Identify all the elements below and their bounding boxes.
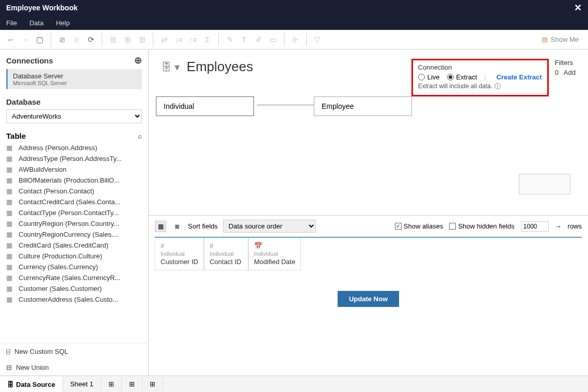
- window-title: Employee Workbook: [6, 4, 77, 12]
- sort-asc-icon: ↓≡: [172, 33, 185, 46]
- back-icon[interactable]: ←: [4, 33, 18, 46]
- totals-icon: Σ: [201, 33, 214, 46]
- database-select[interactable]: AdventureWorks: [6, 109, 142, 123]
- connection-panel: Connection Live Extract | Create Extract…: [411, 59, 549, 96]
- table-box-employee[interactable]: Employee: [314, 96, 412, 116]
- table-icon: ▦: [6, 187, 14, 195]
- rows-input[interactable]: [521, 221, 549, 232]
- chart-icon: ⊪: [289, 33, 302, 46]
- fit-icon: ▭: [266, 33, 280, 46]
- table-item[interactable]: ▦CustomerAddress (Sales.Custo...: [3, 294, 145, 305]
- table-item[interactable]: ▦Culture (Production.Culture): [3, 251, 145, 262]
- table-item[interactable]: ▦CountryRegion (Person.Country...: [3, 218, 145, 229]
- table-item[interactable]: ▦Customer (Sales.Customer): [3, 283, 145, 294]
- tab-data-source[interactable]: 🗄 Data Source: [0, 377, 63, 391]
- duplicate-icon: ⊞: [121, 33, 134, 46]
- format-icon: ✐: [252, 33, 265, 46]
- presentation-icon: ▽: [311, 33, 324, 46]
- rows-label: rows: [568, 222, 582, 230]
- menu-help[interactable]: Help: [56, 19, 70, 27]
- sort-label: Sort fields: [188, 222, 218, 230]
- forward-icon[interactable]: →: [19, 33, 32, 46]
- filters-add[interactable]: Add: [564, 69, 576, 76]
- show-me-button[interactable]: ▤ Show Me: [536, 36, 584, 43]
- pause-icon[interactable]: ⎚: [70, 33, 83, 46]
- new-story-icon[interactable]: ⊞: [142, 377, 163, 391]
- new-union[interactable]: ⊟ New Union: [0, 360, 148, 375]
- table-icon: ▦: [6, 198, 14, 206]
- datasource-tab-icon: 🗄: [7, 381, 14, 388]
- highlight-icon: ✎: [223, 33, 236, 46]
- table-icon: ▦: [6, 296, 14, 303]
- new-dashboard-icon[interactable]: ⊞: [122, 377, 142, 391]
- grid-view-icon[interactable]: ▦: [155, 221, 166, 232]
- grid-column[interactable]: 📅IndividualModified Date: [248, 238, 301, 270]
- save-icon[interactable]: ▢: [33, 33, 46, 46]
- swap-icon: ⇄: [157, 33, 171, 46]
- datasource-icon: 🗄 ▾: [161, 61, 180, 73]
- rows-arrow-icon[interactable]: →: [555, 222, 562, 230]
- radio-extract[interactable]: Extract: [447, 73, 477, 81]
- table-item[interactable]: ▦Currency (Sales.Currency): [3, 262, 145, 272]
- drop-target[interactable]: [519, 174, 570, 194]
- table-item[interactable]: ▦BillOfMaterials (Production.BillO...: [3, 175, 145, 186]
- table-icon: ▦: [6, 176, 14, 184]
- radio-live[interactable]: Live: [418, 73, 440, 81]
- table-item[interactable]: ▦AWBuildVersion: [3, 164, 145, 175]
- add-connection-icon[interactable]: ⊕: [134, 55, 142, 66]
- connection-type: Microsoft SQL Server: [13, 80, 137, 86]
- table-icon: ▦: [6, 241, 14, 249]
- new-sheet-icon: ⊞: [106, 33, 120, 46]
- sql-icon: ⌸: [6, 348, 10, 355]
- new-datasource-icon[interactable]: ⎚: [55, 33, 69, 46]
- tab-sheet1[interactable]: Sheet 1: [63, 377, 101, 391]
- table-item[interactable]: ▦ContactCreditCard (Sales.Conta...: [3, 197, 145, 207]
- menu-file[interactable]: File: [6, 19, 17, 27]
- info-icon[interactable]: i: [495, 83, 501, 89]
- table-item[interactable]: ▦Contact (Person.Contact): [3, 186, 145, 197]
- connection-item[interactable]: Database Server Microsoft SQL Server: [6, 69, 142, 89]
- table-item[interactable]: ▦CurrencyRate (Sales.CurrencyR...: [3, 272, 145, 283]
- search-icon[interactable]: ⌕: [138, 132, 142, 140]
- show-aliases-checkbox[interactable]: ✓Show aliases: [395, 222, 443, 230]
- new-worksheet-icon[interactable]: ⊞: [101, 377, 122, 391]
- table-icon: ▦: [6, 220, 14, 227]
- table-item[interactable]: ▦CountryRegionCurrency (Sales....: [3, 229, 145, 240]
- database-label: Database: [6, 97, 41, 106]
- table-box-individual[interactable]: Individual: [156, 96, 254, 116]
- show-hidden-checkbox[interactable]: Show hidden fields: [449, 222, 514, 230]
- table-item[interactable]: ▦Address (Person.Address): [3, 142, 145, 153]
- update-now-button[interactable]: Update Now: [338, 291, 399, 307]
- table-icon: ▦: [6, 285, 14, 292]
- table-label: Table: [6, 132, 26, 140]
- sort-select[interactable]: Data source order: [223, 220, 316, 233]
- text-icon: T: [237, 33, 251, 46]
- grid-column[interactable]: #IndividualCustomer ID: [155, 238, 204, 270]
- showme-icon: ▤: [542, 36, 548, 43]
- connection-name: Database Server: [13, 72, 137, 80]
- table-item[interactable]: ▦AddressType (Person.AddressTy...: [3, 153, 145, 164]
- close-icon[interactable]: ✕: [574, 2, 582, 13]
- filters-count: 0: [555, 69, 559, 76]
- join-line[interactable]: [257, 105, 314, 105]
- menu-data[interactable]: Data: [29, 19, 43, 27]
- table-icon: ▦: [6, 252, 14, 260]
- table-icon: ▦: [6, 274, 14, 282]
- table-icon: ▦: [6, 144, 14, 152]
- extract-note: Extract will include all data.: [418, 83, 492, 90]
- connection-label: Connection: [418, 63, 542, 71]
- create-extract-link[interactable]: Create Extract: [496, 73, 542, 81]
- clear-icon: ⊞: [135, 33, 149, 46]
- new-custom-sql[interactable]: ⌸ New Custom SQL: [0, 344, 148, 360]
- table-item[interactable]: ▦CreditCard (Sales.CreditCard): [3, 240, 145, 251]
- table-icon: ▦: [6, 209, 14, 217]
- connections-label: Connections: [6, 56, 53, 65]
- table-icon: ▦: [6, 155, 14, 162]
- sort-desc-icon: ↑≡: [186, 33, 200, 46]
- table-item[interactable]: ▦ContactType (Person.ContactTy...: [3, 207, 145, 218]
- refresh-icon[interactable]: ⟳: [84, 33, 98, 46]
- datasource-title[interactable]: Employees: [187, 59, 253, 75]
- list-view-icon[interactable]: ≣: [171, 221, 183, 232]
- grid-column[interactable]: #IndividualContact ID: [204, 238, 248, 270]
- table-icon: ▦: [6, 263, 14, 271]
